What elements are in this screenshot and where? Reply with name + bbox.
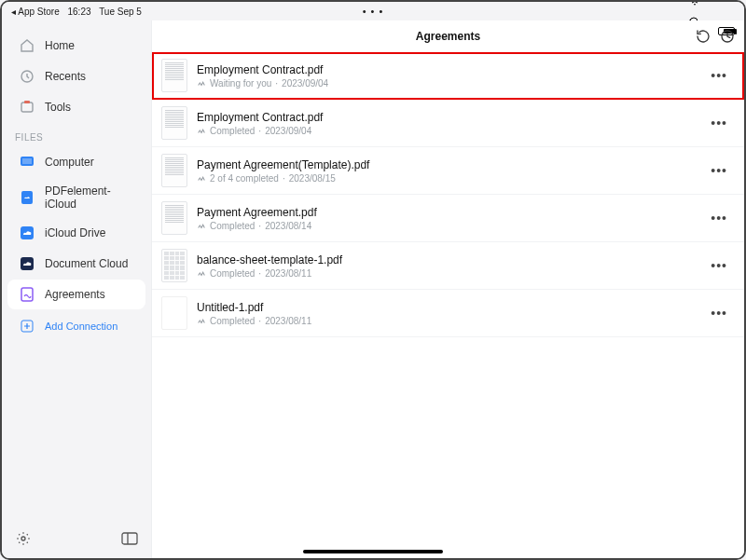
file-title: Employment Contract.pdf xyxy=(197,111,698,124)
page-title: Agreements xyxy=(416,30,480,43)
cloud-icon xyxy=(19,225,35,241)
more-icon[interactable]: ••• xyxy=(707,302,731,324)
doc-thumbnail xyxy=(161,154,187,187)
doc-thumbnail xyxy=(161,59,187,92)
sidebar-item-label: Home xyxy=(45,39,75,52)
tools-icon xyxy=(19,99,35,116)
settings-icon[interactable] xyxy=(15,530,32,547)
sidebar-item-home[interactable]: Home xyxy=(7,31,145,61)
file-title: Payment Agreement.pdf xyxy=(197,206,698,219)
file-row[interactable]: balance-sheet-template-1.pdfCompleted · … xyxy=(152,242,744,290)
multitask-dots-icon[interactable]: • • • xyxy=(363,6,384,17)
sidebar-item-document-cloud[interactable]: Document Cloud xyxy=(7,249,145,279)
svg-rect-11 xyxy=(122,533,137,544)
sidebar-item-icloud-drive[interactable]: iCloud Drive xyxy=(7,218,145,248)
file-status: Completed · 2023/09/04 xyxy=(197,126,698,136)
file-row[interactable]: Employment Contract.pdfWaiting for you ·… xyxy=(152,52,744,100)
svg-point-10 xyxy=(21,537,25,540)
signature-icon xyxy=(19,286,35,303)
svg-rect-4 xyxy=(22,158,32,164)
sidebar-collapse-icon[interactable] xyxy=(121,530,138,547)
file-row[interactable]: Payment Agreement(Template).pdf2 of 4 co… xyxy=(152,147,744,195)
more-icon[interactable]: ••• xyxy=(707,64,731,87)
file-title: Payment Agreement(Template).pdf xyxy=(197,158,698,171)
clock-icon xyxy=(19,68,35,85)
file-title: Untitled-1.pdf xyxy=(197,301,698,314)
sidebar-item-label: Agreements xyxy=(45,288,105,301)
history-icon[interactable] xyxy=(720,29,735,44)
sidebar-item-recents[interactable]: Recents xyxy=(7,61,145,91)
sidebar-item-agreements[interactable]: Agreements xyxy=(7,280,145,309)
sidebar-item-pdfelement-icloud[interactable]: PDFelement-iCloud xyxy=(7,178,145,217)
file-status: Completed · 2023/08/11 xyxy=(197,268,698,279)
status-bar: ◂ App Store 16:23 Tue Sep 5 • • • 86% xyxy=(2,2,744,20)
sidebar-item-label: Tools xyxy=(45,101,71,114)
refresh-icon[interactable] xyxy=(696,29,711,44)
status-date: Tue Sep 5 xyxy=(99,7,142,17)
file-status: 2 of 4 completed · 2023/08/15 xyxy=(197,173,698,184)
sidebar-item-tools[interactable]: Tools xyxy=(7,92,145,122)
file-row[interactable]: Payment Agreement.pdfCompleted · 2023/08… xyxy=(152,195,744,242)
sidebar-item-label: Recents xyxy=(45,70,86,83)
add-connection-button[interactable]: Add Connection xyxy=(7,311,145,341)
home-indicator[interactable] xyxy=(303,550,443,553)
more-icon[interactable]: ••• xyxy=(707,254,731,277)
sidebar-item-computer[interactable]: Computer xyxy=(7,147,145,177)
wifi-icon xyxy=(689,0,735,7)
home-icon xyxy=(19,37,35,54)
file-list: Employment Contract.pdfWaiting for you ·… xyxy=(152,52,744,558)
file-title: balance-sheet-template-1.pdf xyxy=(197,253,698,266)
status-time: 16:23 xyxy=(67,7,90,17)
more-icon[interactable]: ••• xyxy=(707,159,731,182)
svg-rect-1 xyxy=(21,102,33,112)
sidebar: HomeRecentsTools FILES ComputerPDFelemen… xyxy=(2,20,151,558)
svg-rect-8 xyxy=(21,288,33,301)
file-status: Completed · 2023/08/11 xyxy=(197,316,698,326)
more-icon[interactable]: ••• xyxy=(707,112,731,134)
sidebar-item-label: PDFelement-iCloud xyxy=(45,184,134,211)
sidebar-item-label: Computer xyxy=(45,156,94,169)
sidebar-item-label: iCloud Drive xyxy=(45,226,105,239)
file-row[interactable]: Untitled-1.pdfCompleted · 2023/08/11••• xyxy=(152,290,744,337)
doc-thumbnail xyxy=(161,106,187,140)
file-status: Waiting for you · 2023/09/04 xyxy=(197,78,698,89)
cloud-dark-icon xyxy=(19,255,35,272)
file-status: Completed · 2023/08/14 xyxy=(197,221,698,231)
file-title: Employment Contract.pdf xyxy=(197,63,698,76)
more-icon[interactable]: ••• xyxy=(707,207,731,229)
svg-rect-2 xyxy=(24,101,30,103)
add-connection-label: Add Connection xyxy=(45,321,117,332)
main-panel: Agreements Employment Contract.pdfWaitin… xyxy=(151,20,744,558)
display-icon xyxy=(19,154,35,171)
plus-icon xyxy=(19,318,35,335)
main-header: Agreements xyxy=(152,20,744,52)
file-row[interactable]: Employment Contract.pdfCompleted · 2023/… xyxy=(152,100,744,147)
doc-thumbnail xyxy=(161,296,187,330)
sidebar-item-label: Document Cloud xyxy=(45,257,128,270)
back-to-app[interactable]: ◂ App Store xyxy=(11,7,60,17)
cloud-doc-icon xyxy=(19,189,35,206)
doc-thumbnail xyxy=(161,201,187,235)
doc-thumbnail xyxy=(161,249,187,282)
files-section-label: FILES xyxy=(2,123,151,146)
